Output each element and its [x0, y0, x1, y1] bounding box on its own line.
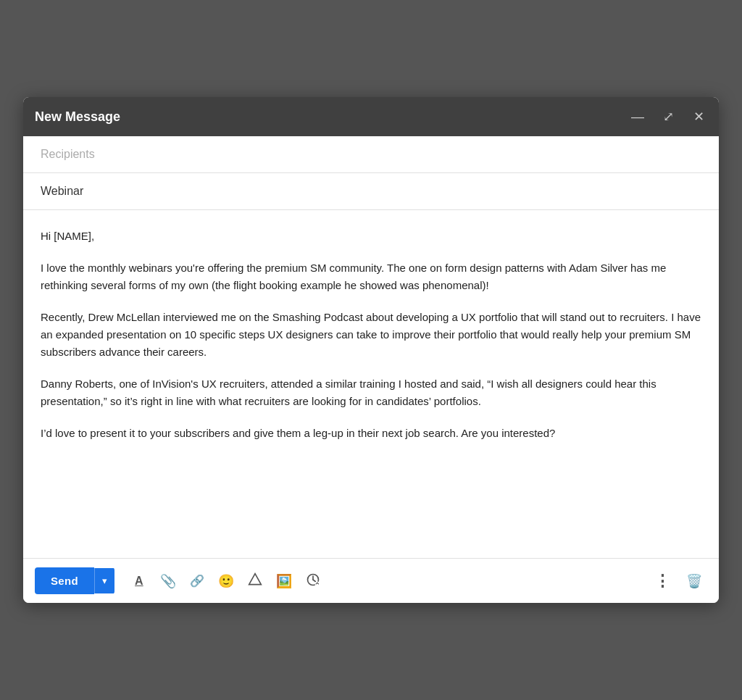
- schedule-button[interactable]: [300, 568, 326, 594]
- message-paragraph4: I’d love to present it to your subscribe…: [41, 425, 701, 442]
- format-text-button[interactable]: A: [126, 568, 152, 594]
- expand-icon[interactable]: ⤢: [659, 108, 677, 125]
- recipients-input[interactable]: [41, 148, 701, 161]
- message-paragraph3: Danny Roberts, one of InVision's UX recr…: [41, 375, 701, 410]
- attach-button[interactable]: 📎: [155, 568, 181, 594]
- minimize-icon[interactable]: —: [629, 108, 646, 125]
- send-button[interactable]: Send: [35, 567, 94, 594]
- header-actions: — ⤢ ✕: [629, 108, 707, 125]
- send-dropdown-button[interactable]: ▾: [94, 568, 114, 593]
- send-button-group: Send ▾: [35, 567, 114, 594]
- drive-button[interactable]: [242, 568, 268, 594]
- message-paragraph2: Recently, Drew McLellan interviewed me o…: [41, 309, 701, 361]
- close-icon[interactable]: ✕: [690, 108, 707, 125]
- photo-button[interactable]: 🖼️: [271, 568, 297, 594]
- attach-icon: 📎: [160, 573, 176, 589]
- subject-value[interactable]: Webinar: [41, 185, 83, 197]
- message-greeting: Hi [NAME],: [41, 228, 701, 245]
- compose-window: New Message — ⤢ ✕ Webinar Hi [NAME], I l…: [23, 97, 719, 603]
- subject-row: Webinar: [23, 173, 719, 210]
- message-text: Hi [NAME], I love the monthly webinars y…: [41, 228, 701, 442]
- compose-title: New Message: [35, 109, 120, 125]
- emoji-icon: 🙂: [218, 573, 234, 589]
- svg-marker-0: [249, 574, 262, 585]
- compose-toolbar: Send ▾ A 📎 🔗 🙂: [23, 558, 719, 603]
- delete-icon: 🗑️: [686, 573, 702, 589]
- format-text-icon: A: [135, 575, 143, 588]
- compose-body: Webinar Hi [NAME], I love the monthly we…: [23, 136, 719, 558]
- photo-icon: 🖼️: [276, 573, 292, 589]
- svg-line-4: [313, 580, 315, 582]
- recipients-row: [23, 136, 719, 173]
- link-button[interactable]: 🔗: [184, 568, 210, 594]
- emoji-button[interactable]: 🙂: [213, 568, 239, 594]
- toolbar-left: Send ▾ A 📎 🔗 🙂: [35, 567, 326, 594]
- more-options-icon: ⋮: [654, 572, 670, 591]
- message-paragraph1: I love the monthly webinars you're offer…: [41, 259, 701, 294]
- more-options-button[interactable]: ⋮: [649, 568, 675, 594]
- delete-button[interactable]: 🗑️: [681, 568, 707, 594]
- compose-header: New Message — ⤢ ✕: [23, 97, 719, 136]
- link-icon: 🔗: [190, 574, 204, 588]
- message-area: Hi [NAME], I love the monthly webinars y…: [23, 210, 719, 558]
- schedule-icon: [306, 572, 320, 590]
- toolbar-right: ⋮ 🗑️: [649, 568, 707, 594]
- drive-icon: [248, 572, 262, 589]
